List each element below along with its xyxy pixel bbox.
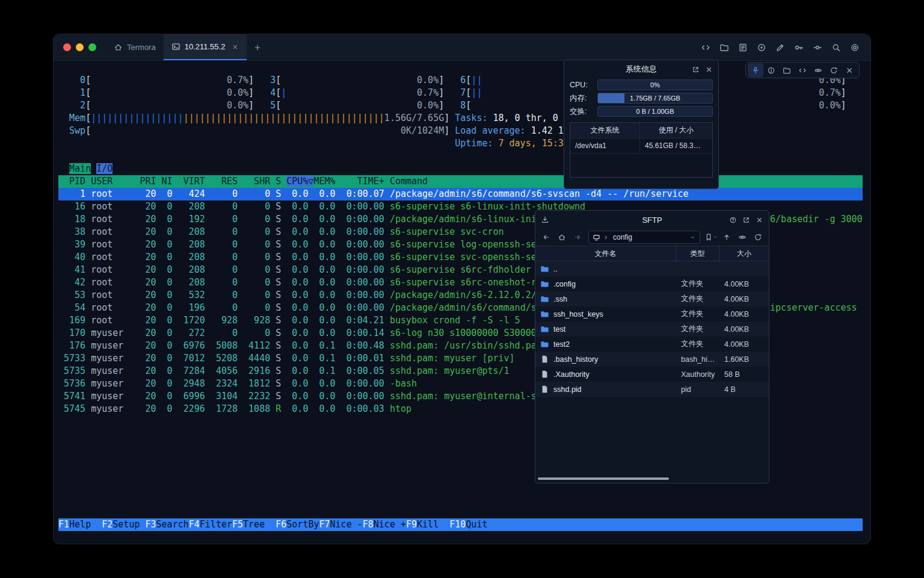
screen-tabs[interactable]: Main I/O bbox=[58, 163, 863, 175]
fkey-label[interactable]: Help bbox=[69, 519, 102, 530]
fkey-label[interactable]: Nice + bbox=[374, 519, 406, 530]
column-size[interactable]: 大小 bbox=[719, 246, 769, 261]
code-icon[interactable] bbox=[698, 40, 713, 55]
col-user: root bbox=[91, 264, 140, 275]
col-pid: 5733 bbox=[58, 353, 85, 364]
open-in-window-icon[interactable] bbox=[692, 66, 700, 73]
fkey-F7[interactable]: F7 bbox=[319, 519, 330, 530]
new-tab-button[interactable] bbox=[247, 34, 268, 60]
fkey-F3[interactable]: F3 bbox=[146, 519, 156, 530]
horizontal-scrollbar[interactable] bbox=[538, 477, 669, 480]
fkey-F10[interactable]: F10 bbox=[449, 519, 466, 530]
fkey-label[interactable]: Filter bbox=[200, 519, 232, 530]
col-mem: 0.0 bbox=[313, 201, 335, 212]
col-user: root bbox=[91, 302, 140, 313]
record-icon[interactable] bbox=[754, 40, 769, 55]
info-icon[interactable] bbox=[763, 63, 779, 77]
fkey-F5[interactable]: F5 bbox=[232, 519, 243, 530]
path-segment[interactable]: config bbox=[612, 233, 633, 241]
show-hidden-icon[interactable] bbox=[735, 231, 750, 244]
eye-icon[interactable] bbox=[810, 63, 826, 77]
col-pri: 20 bbox=[140, 365, 156, 376]
col-cpu: 0.0 bbox=[286, 201, 308, 212]
refresh-icon[interactable] bbox=[751, 231, 765, 244]
file-row[interactable]: test文件夹4.00KB bbox=[535, 322, 769, 337]
bookmark-icon[interactable] bbox=[704, 231, 718, 244]
folder-icon bbox=[540, 325, 549, 334]
chevron-right-icon bbox=[603, 234, 609, 241]
col-state: S bbox=[276, 264, 281, 275]
column-filename[interactable]: 文件名 bbox=[535, 246, 676, 261]
sync-icon[interactable] bbox=[826, 63, 842, 77]
minimize-window-button[interactable] bbox=[76, 43, 84, 51]
open-in-window-icon[interactable] bbox=[742, 216, 750, 224]
file-row[interactable]: .config文件夹4.00KB bbox=[535, 276, 769, 291]
fkey-label[interactable]: Tree bbox=[243, 519, 276, 530]
fkey-F6[interactable]: F6 bbox=[276, 519, 286, 530]
file-row[interactable]: .ssh文件夹4.00KB bbox=[535, 291, 769, 306]
fkey-F2[interactable]: F2 bbox=[102, 519, 112, 530]
close-icon[interactable] bbox=[842, 63, 857, 77]
key-icon[interactable] bbox=[792, 40, 806, 55]
code-icon[interactable] bbox=[795, 63, 810, 77]
fkey-F9[interactable]: F9 bbox=[406, 519, 417, 530]
tab-10.211.55.2[interactable]: 10.211.55.2 bbox=[164, 34, 247, 60]
fkey-label[interactable]: SortBy bbox=[286, 519, 319, 530]
journal-icon[interactable] bbox=[736, 40, 750, 55]
file-name: sshd.pid bbox=[553, 385, 582, 394]
column-type[interactable]: 类型 bbox=[676, 246, 719, 261]
col-pri: 20 bbox=[140, 239, 156, 250]
fkey-F1[interactable]: F1 bbox=[58, 519, 69, 530]
folder-icon[interactable] bbox=[717, 40, 732, 55]
branch-icon[interactable] bbox=[810, 40, 825, 55]
file-name: .config bbox=[553, 280, 576, 288]
zoom-window-button[interactable] bbox=[88, 43, 96, 51]
file-row[interactable]: .XauthorityXauthority58 B bbox=[535, 367, 769, 382]
fkey-label[interactable]: Nice - bbox=[330, 519, 363, 530]
file-size: 4 B bbox=[719, 385, 769, 394]
close-tab-icon[interactable] bbox=[232, 43, 239, 51]
cpu-meter-label: 4 bbox=[259, 87, 276, 98]
close-panel-icon[interactable] bbox=[705, 66, 713, 73]
file-row[interactable]: sshd.pidpid4 B bbox=[535, 382, 769, 397]
edit-icon[interactable] bbox=[773, 40, 787, 55]
fkey-label[interactable]: Search bbox=[156, 519, 189, 530]
fkey-label[interactable]: Kill bbox=[417, 519, 449, 530]
tab-termora[interactable]: Termora bbox=[106, 34, 164, 60]
home-icon[interactable] bbox=[555, 231, 569, 244]
download-icon[interactable] bbox=[541, 216, 549, 224]
forward-icon[interactable] bbox=[570, 231, 585, 244]
load-average-label: Load average: bbox=[455, 125, 525, 136]
close-panel-icon[interactable] bbox=[756, 216, 763, 224]
pin-icon[interactable] bbox=[748, 63, 763, 77]
filesystem-row[interactable]: /dev/vda145.61GB / 58.3… bbox=[570, 138, 712, 154]
fkey-F8[interactable]: F8 bbox=[363, 519, 374, 530]
fkey-label[interactable]: Quit bbox=[466, 519, 498, 530]
file-name-cell: .bash_history bbox=[535, 355, 676, 364]
chevron-down-icon[interactable] bbox=[689, 234, 696, 241]
file-row[interactable]: .. bbox=[535, 261, 769, 276]
file-name-cell: .Xauthority bbox=[535, 370, 676, 379]
file-row[interactable]: ssh_host_keys文件夹4.00KB bbox=[535, 306, 769, 322]
address-bar[interactable]: config bbox=[588, 231, 700, 244]
fkey-label[interactable]: Setup bbox=[112, 519, 145, 530]
sftp-title-icons bbox=[729, 216, 763, 224]
meter-label: 交换: bbox=[570, 107, 594, 117]
col-user: root bbox=[91, 239, 140, 250]
col-cpu: 0.0 bbox=[286, 403, 308, 414]
search-icon[interactable] bbox=[829, 40, 843, 55]
close-window-button[interactable] bbox=[63, 43, 71, 51]
col-user: root bbox=[91, 315, 140, 326]
col-virt: 7284 bbox=[178, 365, 205, 376]
process-row[interactable]: 1 root 20 0 424 0 0 S 0.0 0.0 0:00.07 /p… bbox=[58, 188, 863, 200]
file-row[interactable]: test2文件夹4.00KB bbox=[535, 337, 769, 352]
back-icon[interactable] bbox=[539, 231, 553, 244]
parent-directory-icon[interactable] bbox=[719, 231, 734, 244]
settings-icon[interactable] bbox=[848, 40, 862, 55]
fkey-F4[interactable]: F4 bbox=[189, 519, 200, 530]
file-row[interactable]: .bash_historybash_hi…1.60KB bbox=[535, 352, 769, 367]
col-time: 0:00.07 bbox=[341, 188, 384, 199]
process-table-header[interactable]: PID USER PRI NI VIRT RES SHR S CPU%▽MEM%… bbox=[58, 175, 863, 188]
folder-icon[interactable] bbox=[779, 63, 795, 77]
help-icon[interactable] bbox=[729, 216, 737, 224]
